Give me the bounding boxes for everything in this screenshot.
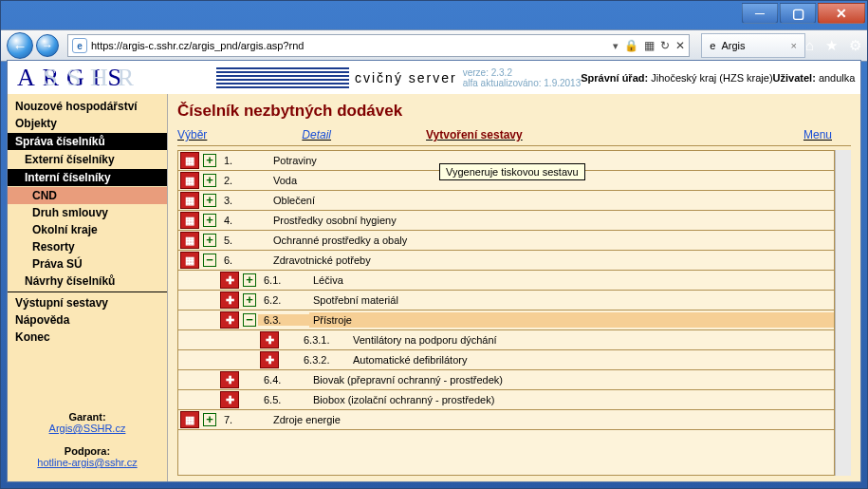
expand-icon[interactable]: + — [203, 194, 216, 207]
main-panel: Číselník nezbytných dodávek Výběr Detail… — [168, 94, 860, 481]
expand-icon[interactable]: + — [203, 154, 216, 167]
tree-row[interactable]: ✚6.5.Biobox (izolační ochranný - prostře… — [178, 390, 834, 410]
expand-icon[interactable]: + — [203, 234, 216, 247]
category-icon: ▦ — [180, 152, 199, 169]
sidebar-item[interactable]: Resorty — [8, 238, 167, 255]
tools-icon[interactable]: ⚙ — [849, 37, 861, 54]
ie-icon: e — [72, 38, 87, 53]
category-icon: ▦ — [180, 172, 199, 189]
refresh-icon[interactable]: ↻ — [660, 39, 670, 52]
compat-icon[interactable]: ▦ — [644, 39, 655, 52]
category-icon: ▦ — [180, 212, 199, 229]
tree-row[interactable]: ▦+3.Oblečení — [178, 191, 834, 211]
window-titlebar: ─ ▢ ✕ — [1, 1, 867, 29]
browser-tab[interactable]: e Argis × — [701, 33, 805, 58]
expand-icon[interactable]: + — [203, 214, 216, 227]
row-number: 7. — [218, 414, 269, 425]
sidebar-item[interactable]: Objekty — [8, 115, 167, 132]
category-icon: ▦ — [180, 192, 199, 209]
sidebar-item[interactable]: Okolní kraje — [8, 221, 167, 238]
sidebar-item[interactable]: Nápověda — [8, 311, 167, 329]
row-number: 6.2. — [258, 294, 309, 306]
expand-icon[interactable]: + — [243, 273, 256, 287]
window-close-button[interactable]: ✕ — [818, 3, 865, 24]
tree-list: ▦+1.Potraviny▦+2.Voda▦+3.Oblečení▦+4.Pro… — [177, 150, 835, 476]
row-label: Ventilátory na podporu dýchání — [349, 332, 834, 348]
sidebar-item[interactable]: Nouzové hospodářství — [8, 98, 167, 115]
medical-icon: ✚ — [220, 371, 239, 388]
row-label: Ochranné prostředky a obaly — [269, 233, 834, 248]
tree-row[interactable]: ✚6.3.1.Ventilátory na podporu dýchání — [178, 330, 834, 350]
ie-icon: e — [710, 40, 715, 51]
window-minimize-button[interactable]: ─ — [742, 3, 778, 24]
sidebar-footer: Garant: Argis@SSHR.cz Podpora: hotline-a… — [8, 411, 167, 478]
forward-button[interactable]: → — [36, 34, 59, 57]
header-user-info: Správní úřad: Jihočeský kraj (HZS kraje)… — [581, 72, 855, 84]
app-logo: ARGISSSHR — [8, 64, 216, 92]
window-maximize-button[interactable]: ▢ — [780, 3, 816, 24]
tree-row[interactable]: ▦+7.Zdroje energie — [178, 410, 834, 430]
row-number: 1. — [218, 155, 269, 166]
category-icon: ▦ — [180, 411, 199, 428]
expand-icon[interactable]: + — [203, 174, 216, 187]
tree-row[interactable]: ▦−6.Zdravotnické potřeby — [178, 251, 834, 271]
tree-row[interactable]: ✚+6.2.Spotřební materiál — [178, 291, 834, 310]
medical-icon: ✚ — [260, 331, 279, 348]
row-number: 6.1. — [258, 274, 309, 286]
row-label: Léčiva — [309, 273, 834, 288]
sidebar-item[interactable]: Práva SÚ — [8, 255, 167, 273]
app-header: ARGISSSHR cvičný server verze: 2.3.2alfa… — [8, 61, 860, 94]
expand-icon[interactable]: + — [243, 293, 256, 307]
tab-menu[interactable]: Menu — [803, 128, 832, 141]
tree-row[interactable]: ▦+4.Prostředky osobní hygieny — [178, 211, 834, 231]
medical-icon: ✚ — [220, 311, 239, 329]
favorites-icon[interactable]: ★ — [825, 37, 838, 54]
tree-row[interactable]: ▦+5.Ochranné prostředky a obaly — [178, 231, 834, 251]
expand-icon[interactable]: + — [203, 413, 216, 426]
row-number: 6.3.1. — [298, 334, 349, 346]
sidebar-item[interactable]: Externí číselníky — [8, 151, 167, 168]
row-number: 6.5. — [258, 394, 309, 405]
tree-row[interactable]: ✚6.4.Biovak (přepravní ochranný - prostř… — [178, 370, 834, 390]
sidebar-item[interactable]: Interní číselníky — [8, 169, 167, 186]
row-label: Biobox (izolační ochranný - prostředek) — [309, 392, 834, 407]
tab-detail[interactable]: Detail — [302, 128, 331, 141]
garant-link[interactable]: Argis@SSHR.cz — [49, 423, 126, 434]
version-info: verze: 2.3.2alfa aktualizováno: 1.9.2013 — [463, 67, 582, 88]
sidebar-item[interactable]: CND — [8, 187, 167, 204]
tab-vyber[interactable]: Výběr — [177, 128, 207, 141]
tab-vytvoreni-sestavy[interactable]: Vytvoření sestavy — [426, 128, 523, 141]
url-dropdown-icon[interactable]: ▾ — [613, 40, 619, 52]
sidebar-item[interactable]: Výstupní sestavy — [8, 294, 167, 311]
medical-icon: ✚ — [260, 351, 279, 368]
address-bar[interactable]: e https://argis-c.sshr.cz/argis_pnd/argi… — [67, 34, 690, 57]
collapse-icon[interactable]: − — [203, 254, 216, 267]
medical-icon: ✚ — [220, 292, 239, 309]
row-label: Prostředky osobní hygieny — [269, 213, 834, 228]
row-label: Přístroje — [309, 312, 834, 328]
scrollbar[interactable] — [835, 150, 851, 476]
row-number: 2. — [218, 175, 269, 186]
row-number: 3. — [218, 195, 269, 206]
collapse-icon[interactable]: − — [243, 313, 256, 327]
sidebar-item[interactable]: Návrhy číselníků — [8, 273, 167, 290]
sidebar-item[interactable]: Druh smlouvy — [8, 204, 167, 221]
page-client: ARGISSSHR cvičný server verze: 2.3.2alfa… — [7, 60, 861, 482]
tree-row[interactable]: ✚−6.3.Přístroje — [178, 310, 834, 330]
stop-icon[interactable]: ✕ — [675, 39, 685, 52]
sidebar-item[interactable]: Konec — [8, 329, 167, 346]
category-icon: ▦ — [180, 252, 199, 269]
tree-row[interactable]: ✚6.3.2.Automatické defibrilátory — [178, 350, 834, 370]
podpora-link[interactable]: hotline-argis@sshr.cz — [37, 457, 137, 468]
sidebar-item[interactable]: Správa číselníků — [8, 133, 167, 150]
row-label: Zdravotnické potřeby — [269, 253, 834, 268]
ie-window: ─ ▢ ✕ ← → e https://argis-c.sshr.cz/argi… — [0, 0, 868, 489]
home-icon[interactable]: ⌂ — [805, 37, 814, 54]
back-button[interactable]: ← — [7, 32, 33, 59]
tab-close-icon[interactable]: × — [791, 40, 797, 51]
tooltip: Vygeneruje tiskovou sestavu — [439, 163, 585, 180]
row-label: Automatické defibrilátory — [349, 352, 834, 367]
row-label: Biovak (přepravní ochranný - prostředek) — [309, 372, 834, 387]
tree-row[interactable]: ✚+6.1.Léčiva — [178, 271, 834, 291]
row-label: Oblečení — [269, 193, 834, 208]
